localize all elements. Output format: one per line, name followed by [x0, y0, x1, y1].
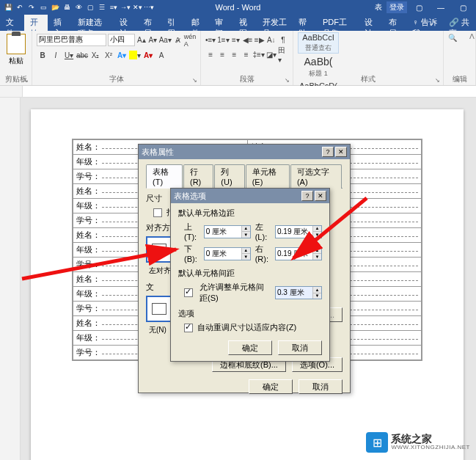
- outdent-icon[interactable]: ✕▾: [132, 2, 142, 12]
- paste-button[interactable]: 粘贴: [5, 34, 27, 67]
- indent-icon[interactable]: →▾: [120, 2, 131, 12]
- multilevel-icon[interactable]: ≡▾: [230, 34, 241, 45]
- style-normal[interactable]: AaBbCcI 普通查右: [298, 32, 339, 54]
- find-button[interactable]: 🔍: [448, 34, 471, 42]
- rect-icon[interactable]: ▢: [85, 2, 95, 12]
- strike-icon[interactable]: abc: [76, 49, 88, 61]
- font-launcher-icon[interactable]: ↘: [191, 76, 198, 84]
- print-icon[interactable]: 🖶: [62, 2, 72, 12]
- tab-file[interactable]: 文件: [0, 15, 24, 31]
- help-icon[interactable]: ?: [322, 147, 334, 157]
- tab-insert[interactable]: 插入: [48, 15, 72, 31]
- tab-developer[interactable]: 开发工具: [257, 15, 293, 31]
- horizontal-ruler[interactable]: [0, 86, 476, 98]
- font-color-icon[interactable]: A▾: [142, 49, 154, 61]
- close-icon[interactable]: ✕: [335, 147, 347, 157]
- left-margin-spinner[interactable]: ▲▼: [275, 225, 322, 238]
- dialog-titlebar[interactable]: 表格选项 ? ✕: [171, 189, 329, 203]
- borders-icon[interactable]: 田▾: [278, 48, 288, 60]
- help-icon[interactable]: ?: [301, 191, 313, 201]
- change-case-icon[interactable]: Aa▾: [159, 34, 171, 46]
- vertical-ruler[interactable]: [0, 98, 21, 460]
- tab-mailings[interactable]: 邮件: [186, 15, 210, 31]
- dlg-tab-row[interactable]: 行(R): [183, 164, 213, 189]
- shading-icon[interactable]: ◪▾: [266, 48, 277, 60]
- underline-icon[interactable]: U▾: [63, 49, 75, 61]
- dlg-tab-col[interactable]: 列(U): [214, 164, 244, 189]
- tab-layout[interactable]: 布局: [138, 15, 162, 31]
- italic-icon[interactable]: I: [50, 49, 62, 61]
- right-margin-spinner[interactable]: ▲▼: [275, 247, 322, 260]
- text-effects-icon[interactable]: A▾: [116, 49, 128, 61]
- dlg-tab-table[interactable]: 表格(T): [146, 164, 183, 189]
- clipboard-launcher-icon[interactable]: ↘: [22, 76, 29, 84]
- align-icon[interactable]: ≡▾: [109, 2, 119, 12]
- dlg-tab-alt[interactable]: 可选文字(A): [290, 164, 342, 189]
- align-right-icon[interactable]: ≡: [229, 48, 239, 60]
- more-icon[interactable]: ⋯▾: [144, 2, 154, 12]
- specify-width-checkbox[interactable]: [153, 208, 162, 217]
- dec-indent-icon[interactable]: ◀≡: [242, 34, 252, 45]
- ok-button[interactable]: 确定: [249, 379, 293, 394]
- redo-icon[interactable]: ↷: [26, 2, 37, 12]
- bullets-icon[interactable]: •≡▾: [205, 34, 216, 45]
- para-launcher-icon[interactable]: ↘: [283, 76, 290, 84]
- tab-pdf[interactable]: PDF工具集: [317, 15, 359, 31]
- preview-icon[interactable]: 👁: [73, 2, 84, 12]
- tab-view[interactable]: 视图: [233, 15, 257, 31]
- auto-resize-checkbox[interactable]: [184, 324, 193, 332]
- cancel-button[interactable]: 取消: [278, 340, 322, 355]
- highlight-icon[interactable]: ▾: [129, 49, 141, 61]
- open-icon[interactable]: 📂: [50, 2, 60, 12]
- tab-design[interactable]: 设计: [114, 15, 138, 31]
- allow-spacing-checkbox[interactable]: [184, 288, 193, 297]
- clear-format-icon[interactable]: A̷: [172, 34, 183, 46]
- dialog-titlebar[interactable]: 表格属性 ? ✕: [139, 145, 350, 159]
- ribbon-display-icon[interactable]: ▢: [409, 4, 429, 12]
- inc-indent-icon[interactable]: ≡▶: [255, 34, 265, 45]
- line-spacing-icon[interactable]: ‡≡▾: [253, 48, 265, 60]
- sort-icon[interactable]: A↓: [266, 34, 277, 45]
- wrap-none-option[interactable]: [146, 296, 172, 322]
- new-icon[interactable]: ▭: [38, 2, 48, 12]
- undo-icon[interactable]: ↶: [15, 2, 25, 12]
- tab-review[interactable]: 审阅: [209, 15, 233, 31]
- list-icon[interactable]: ☰: [97, 2, 107, 12]
- cell-spacing-spinner[interactable]: ▲▼: [275, 286, 322, 299]
- font-size-select[interactable]: 小四: [108, 34, 135, 46]
- phonetic-icon[interactable]: wénA: [184, 34, 196, 46]
- styles-launcher-icon[interactable]: ↘: [433, 76, 441, 84]
- save-icon[interactable]: 💾: [3, 2, 13, 12]
- numbering-icon[interactable]: 1≡▾: [217, 34, 229, 45]
- bold-icon[interactable]: B: [37, 49, 48, 61]
- grow-font-icon[interactable]: A▴: [136, 34, 147, 46]
- tell-me[interactable]: ♀ 告诉我: [406, 15, 442, 31]
- share-button[interactable]: 🔗 共享: [443, 15, 476, 31]
- align-center-icon[interactable]: ≡: [217, 48, 227, 60]
- tab-table-design[interactable]: 设计: [359, 15, 383, 31]
- login-button[interactable]: 登录: [387, 1, 407, 13]
- top-margin-spinner[interactable]: ▲▼: [204, 225, 251, 238]
- collapse-ribbon-icon[interactable]: ᐱ: [469, 32, 475, 40]
- font-name-select[interactable]: 阿里巴巴普惠: [37, 34, 106, 46]
- align-left-option[interactable]: [146, 236, 172, 263]
- subscript-icon[interactable]: X₂: [89, 49, 101, 61]
- shrink-font-icon[interactable]: A▾: [148, 34, 158, 46]
- align-left-icon[interactable]: ≡: [205, 48, 216, 60]
- show-marks-icon[interactable]: ¶: [278, 34, 288, 45]
- tab-custom[interactable]: 新建选项卡: [72, 15, 114, 31]
- tab-home[interactable]: 开始: [24, 15, 48, 31]
- char-border-icon[interactable]: A: [155, 49, 167, 61]
- bottom-margin-spinner[interactable]: ▲▼: [204, 247, 251, 260]
- justify-icon[interactable]: ≡: [241, 48, 252, 60]
- tab-help[interactable]: 帮助: [293, 15, 317, 31]
- tab-references[interactable]: 引用: [161, 15, 186, 31]
- cancel-button[interactable]: 取消: [299, 379, 343, 394]
- tab-table-layout[interactable]: 布局: [383, 15, 407, 31]
- dlg-tab-cell[interactable]: 单元格(E): [246, 164, 290, 189]
- minimize-icon[interactable]: —: [431, 4, 451, 12]
- close-icon[interactable]: ✕: [315, 191, 326, 201]
- ok-button[interactable]: 确定: [228, 340, 272, 355]
- maximize-icon[interactable]: ▢: [453, 4, 473, 12]
- superscript-icon[interactable]: X²: [103, 49, 114, 61]
